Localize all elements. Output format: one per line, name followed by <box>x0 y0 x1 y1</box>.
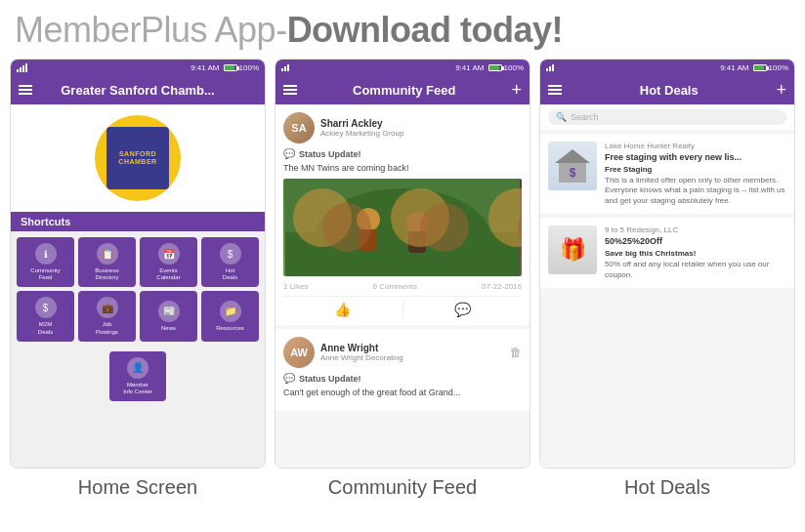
hot-deals-icon: $ <box>220 243 241 265</box>
post2-author-company: Anne Wright Decorating <box>320 353 403 362</box>
post1-content: The MN Twins are coming back! <box>283 163 522 173</box>
deal2-title-main: 50%25%20Off <box>605 236 786 246</box>
deal1-title-short: Free staging with every new lis... <box>605 152 786 162</box>
like-button[interactable]: 👍 <box>283 302 402 317</box>
hamburger-icon-2[interactable] <box>283 85 297 95</box>
post1-author-company: Ackley Marketing Group <box>320 129 403 138</box>
post1-likes: 1 Likes <box>283 282 308 291</box>
status-bar-3: 9:41 AM 100% <box>540 60 794 75</box>
deal-card-2[interactable]: 🎁 9 to 5 Redesign, LLC 50%25%20Off Save … <box>540 218 794 288</box>
add-deal-icon[interactable]: + <box>776 80 786 101</box>
post2-author-name: Anne Wright <box>320 343 403 353</box>
phone3-nav: Hot Deals + <box>540 75 794 104</box>
shortcut-community-feed[interactable]: ℹ CommunityFeed <box>17 237 74 287</box>
hamburger-icon[interactable] <box>19 85 32 95</box>
shortcut-label-hot-deals: HotDeals <box>223 267 237 281</box>
add-post-icon[interactable]: + <box>511 80 522 101</box>
shortcut-news[interactable]: 📰 News <box>140 291 197 341</box>
deal1-title-main: Free Staging <box>605 165 786 174</box>
avatar-anne: AW <box>283 337 315 368</box>
battery-3 <box>753 64 767 71</box>
shortcut-label-resources: Resources <box>216 325 244 332</box>
job-postings-icon: 💼 <box>97 297 118 318</box>
post2-content: Can't get enough of the great food at Gr… <box>283 388 522 397</box>
chamber-logo: SANFORDCHAMBER <box>94 114 182 202</box>
label-community-feed: Community Feed <box>275 476 530 499</box>
feed-post-2: AW Anne Wright Anne Wright Decorating 🗑 … <box>275 329 530 411</box>
status-bar-1: 9:41 AM 100% <box>11 60 265 75</box>
shortcuts-grid: ℹ CommunityFeed 📋 BusinessDirectory 📅 Ev… <box>11 231 265 348</box>
deal1-desc: This is a limited offer open only to oth… <box>605 176 786 206</box>
shortcut-hot-deals[interactable]: $ HotDeals <box>201 237 259 287</box>
battery-pct-1: 100% <box>239 63 259 72</box>
label-home-screen: Home Screen <box>10 476 266 499</box>
feed-post-1: SA Sharri Ackley Ackley Marketing Group … <box>275 104 530 325</box>
search-icon: 🔍 <box>556 112 567 122</box>
page-header: MemberPlus App- Download today! <box>0 0 805 59</box>
shortcut-label-m2m: M2MDeals <box>38 321 53 335</box>
time-1: 9:41 AM <box>191 63 219 72</box>
deal1-image: $ <box>548 142 597 190</box>
label-hot-deals: Hot Deals <box>539 476 795 499</box>
phone1-body: SANFORDCHAMBER Shortcuts ℹ CommunityFeed… <box>11 104 265 469</box>
battery-1 <box>224 64 237 71</box>
gift-icon: 🎁 <box>560 237 586 263</box>
search-input-box[interactable]: 🔍 Search <box>548 109 786 125</box>
resources-icon: 📁 <box>220 301 241 322</box>
phone2-nav: Community Feed + <box>275 75 530 104</box>
shortcuts-header: Shortcuts <box>11 212 265 231</box>
deal2-desc: 50% off and any local retailer when you … <box>605 260 786 280</box>
deal-card-1[interactable]: $ Lake Home Hunter Realty Free staging w… <box>540 134 794 214</box>
phone1-nav: Greater Sanford Chamb... <box>11 75 265 104</box>
shortcut-label-community-feed: CommunityFeed <box>30 267 60 281</box>
time-3: 9:41 AM <box>720 63 748 72</box>
shortcut-events-calendar[interactable]: 📅 EventsCalendar <box>140 237 197 287</box>
status-bar-2: 9:41 AM 100% <box>275 60 530 75</box>
battery-pct-3: 100% <box>769 63 788 72</box>
header-text-bold: Download today! <box>287 10 564 51</box>
deal1-company: Lake Home Hunter Realty <box>605 142 786 150</box>
phone3-nav-title: Hot Deals <box>640 83 699 98</box>
battery-pct-2: 100% <box>504 63 524 72</box>
speech-icon-1: 💬 <box>283 148 295 159</box>
phone-home: 9:41 AM 100% Greater Sanford Chamb... <box>10 59 266 469</box>
delete-icon[interactable]: 🗑 <box>510 346 522 359</box>
logo-area: SANFORDCHAMBER <box>11 104 265 212</box>
shortcut-m2m-deals[interactable]: $ M2MDeals <box>17 291 74 341</box>
dollar-icon: $ <box>570 166 576 180</box>
post1-status-label: Status Update! <box>299 149 361 159</box>
shortcut-business-directory[interactable]: 📋 BusinessDirectory <box>78 237 136 287</box>
search-bar: 🔍 Search <box>540 104 794 130</box>
avatar-sharri: SA <box>283 112 315 143</box>
signal-bars-1 <box>17 63 27 72</box>
time-2: 9:41 AM <box>455 63 484 72</box>
shortcut-label-member-info: MemberInfo Center <box>123 382 152 395</box>
phones-row: 9:41 AM 100% Greater Sanford Chamb... <box>0 59 805 469</box>
post2-status-label: Status Update! <box>299 374 361 384</box>
speech-icon-2: 💬 <box>283 373 295 384</box>
hamburger-icon-3[interactable] <box>548 85 562 95</box>
battery-2 <box>488 64 502 71</box>
deal2-company: 9 to 5 Redesign, LLC <box>605 225 786 234</box>
business-directory-icon: 📋 <box>97 243 118 265</box>
shortcut-label-news: News <box>161 325 176 332</box>
shortcut-resources[interactable]: 📁 Resources <box>201 291 259 341</box>
post1-author-name: Sharri Ackley <box>320 118 403 129</box>
events-calendar-icon: 📅 <box>158 243 180 265</box>
search-placeholder-text: Search <box>571 112 599 122</box>
logo-text: SANFORDCHAMBER <box>118 150 156 167</box>
m2m-deals-icon: $ <box>35 297 57 318</box>
member-info-icon: 👤 <box>127 357 148 379</box>
phone-community-feed: 9:41 AM 100% Community Feed + <box>275 59 530 469</box>
phone-hot-deals: 9:41 AM 100% Hot Deals + 🔍 Se <box>539 59 795 469</box>
shortcut-job-postings[interactable]: 💼 JobPostings <box>78 291 136 341</box>
post1-comments: 0 Comments <box>373 282 417 291</box>
phone3-body: 🔍 Search $ Lake Home Hunter Realty F <box>540 104 794 469</box>
community-feed-icon: ℹ <box>35 243 57 265</box>
signal-bars-2 <box>281 64 289 71</box>
comment-button[interactable]: 💬 <box>403 302 523 317</box>
shortcut-label-jobs: JobPostings <box>96 321 118 335</box>
deal2-image: 🎁 <box>548 225 597 274</box>
shortcut-member-info[interactable]: 👤 MemberInfo Center <box>109 351 166 401</box>
news-icon: 📰 <box>158 301 180 322</box>
